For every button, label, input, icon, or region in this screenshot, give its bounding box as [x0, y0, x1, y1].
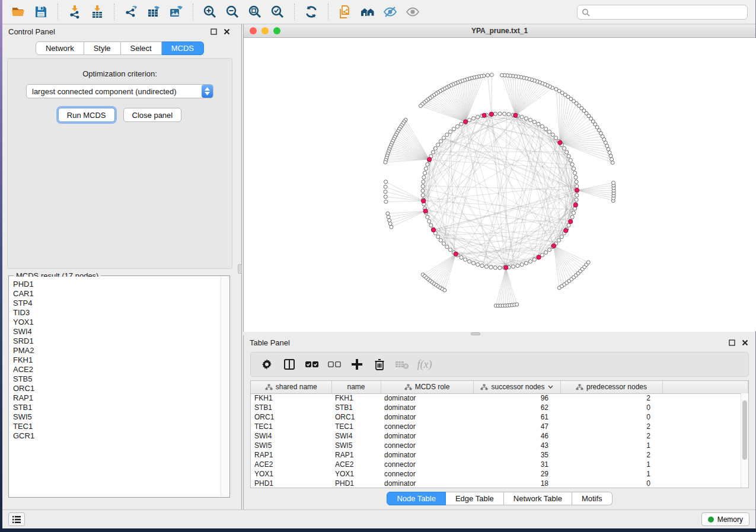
cell[interactable]: 31: [473, 460, 560, 469]
network-node[interactable]: [390, 225, 393, 229]
network-node[interactable]: [445, 245, 449, 248]
mcds-result-item[interactable]: SWI5: [13, 412, 221, 422]
mcds-result-item[interactable]: ORC1: [13, 384, 221, 393]
zoom-out-button[interactable]: [222, 2, 243, 22]
column-header-successor-nodes[interactable]: successor nodes: [473, 381, 560, 393]
network-node[interactable]: [460, 255, 463, 259]
network-node[interactable]: [498, 112, 502, 116]
mcds-node[interactable]: [421, 198, 425, 203]
window-close-button[interactable]: [250, 27, 257, 34]
mcds-node[interactable]: [513, 113, 518, 117]
network-node[interactable]: [443, 289, 446, 292]
network-node[interactable]: [439, 139, 442, 143]
network-node[interactable]: [575, 193, 579, 197]
network-node[interactable]: [448, 130, 452, 133]
table-row[interactable]: TEC1TEC1connector472: [251, 422, 748, 431]
network-node[interactable]: [384, 190, 387, 194]
network-node[interactable]: [557, 238, 560, 242]
cell[interactable]: connector: [381, 422, 473, 431]
mcds-result-item[interactable]: GCR1: [13, 431, 221, 441]
cell[interactable]: STB1: [331, 403, 381, 412]
network-node[interactable]: [424, 167, 428, 171]
apply-layout-button[interactable]: [301, 2, 322, 22]
mcds-result-item[interactable]: PMA2: [13, 346, 221, 355]
network-node[interactable]: [384, 195, 387, 198]
network-node[interactable]: [442, 242, 445, 245]
cell[interactable]: 1: [560, 469, 662, 479]
network-node[interactable]: [520, 115, 524, 118]
network-node[interactable]: [586, 261, 590, 264]
cell[interactable]: RAP1: [331, 450, 381, 460]
network-node[interactable]: [493, 112, 497, 116]
network-node[interactable]: [493, 266, 497, 270]
network-node[interactable]: [567, 223, 570, 227]
cell[interactable]: SWI4: [251, 431, 331, 441]
network-node[interactable]: [419, 104, 422, 108]
mcds-node[interactable]: [489, 112, 493, 116]
select-all-button[interactable]: [302, 355, 322, 374]
search-field[interactable]: [577, 5, 748, 20]
tab-style[interactable]: Style: [84, 41, 121, 55]
network-node[interactable]: [442, 136, 445, 140]
cell[interactable]: 43: [473, 441, 560, 450]
network-node[interactable]: [554, 88, 558, 91]
network-node[interactable]: [476, 262, 480, 266]
open-session-button[interactable]: [8, 2, 29, 22]
network-node[interactable]: [428, 219, 431, 223]
cell[interactable]: 2: [560, 393, 662, 403]
column-header-MCDS-role[interactable]: MCDS role: [381, 381, 473, 393]
network-node[interactable]: [564, 150, 568, 154]
hide-selected-button[interactable]: [379, 2, 401, 22]
mcds-node[interactable]: [428, 157, 432, 161]
network-node[interactable]: [500, 73, 503, 77]
float-table-panel-button[interactable]: [727, 338, 736, 347]
network-node[interactable]: [516, 264, 519, 267]
close-table-panel-button[interactable]: [740, 338, 749, 347]
network-node[interactable]: [455, 124, 459, 128]
cell[interactable]: ACE2: [251, 460, 331, 469]
cell[interactable]: dominator: [381, 412, 473, 422]
network-node[interactable]: [431, 150, 435, 154]
cell[interactable]: 62: [473, 403, 560, 412]
network-node[interactable]: [575, 180, 578, 184]
network-node[interactable]: [573, 171, 576, 175]
network-node[interactable]: [426, 215, 429, 219]
network-node[interactable]: [547, 248, 551, 251]
network-node[interactable]: [532, 120, 536, 124]
mcds-node[interactable]: [575, 188, 579, 192]
network-node[interactable]: [498, 266, 502, 270]
cell[interactable]: 46: [473, 431, 560, 441]
table-row[interactable]: ACE2ACE2connector311: [251, 460, 748, 469]
cell[interactable]: 1: [560, 441, 662, 450]
cell[interactable]: 61: [473, 412, 560, 422]
cell[interactable]: dominator: [381, 393, 473, 403]
mcds-node[interactable]: [503, 265, 508, 270]
network-node[interactable]: [611, 161, 614, 165]
network-node[interactable]: [575, 198, 578, 201]
mcds-result-item[interactable]: STB1: [13, 403, 221, 412]
network-node[interactable]: [572, 211, 575, 214]
first-neighbors-button[interactable]: [357, 2, 378, 22]
network-node[interactable]: [610, 158, 614, 161]
network-node[interactable]: [507, 113, 511, 116]
column-header-shared-name[interactable]: shared name: [251, 381, 331, 393]
mcds-result-item[interactable]: SWI4: [13, 327, 221, 336]
run-mcds-button[interactable]: Run MCDS: [58, 108, 115, 122]
network-node[interactable]: [528, 259, 532, 263]
cell[interactable]: 96: [473, 393, 560, 403]
network-node[interactable]: [445, 133, 449, 136]
delete-table-button[interactable]: [392, 355, 412, 374]
table-row[interactable]: PHD1PHD1dominator180: [251, 479, 748, 488]
network-node[interactable]: [422, 175, 426, 179]
cell[interactable]: connector: [381, 460, 473, 469]
tab-select[interactable]: Select: [121, 41, 162, 55]
close-mcds-panel-button[interactable]: Close panel: [123, 108, 182, 122]
cell[interactable]: SWI4: [331, 431, 381, 441]
network-node[interactable]: [384, 200, 388, 203]
network-node[interactable]: [524, 117, 528, 120]
cell[interactable]: 18: [473, 479, 560, 488]
cell[interactable]: SWI5: [251, 441, 331, 450]
table-tab-edge-table[interactable]: Edge Table: [446, 492, 504, 505]
network-node[interactable]: [436, 143, 440, 146]
table-row[interactable]: RAP1RAP1dominator352: [251, 450, 748, 460]
